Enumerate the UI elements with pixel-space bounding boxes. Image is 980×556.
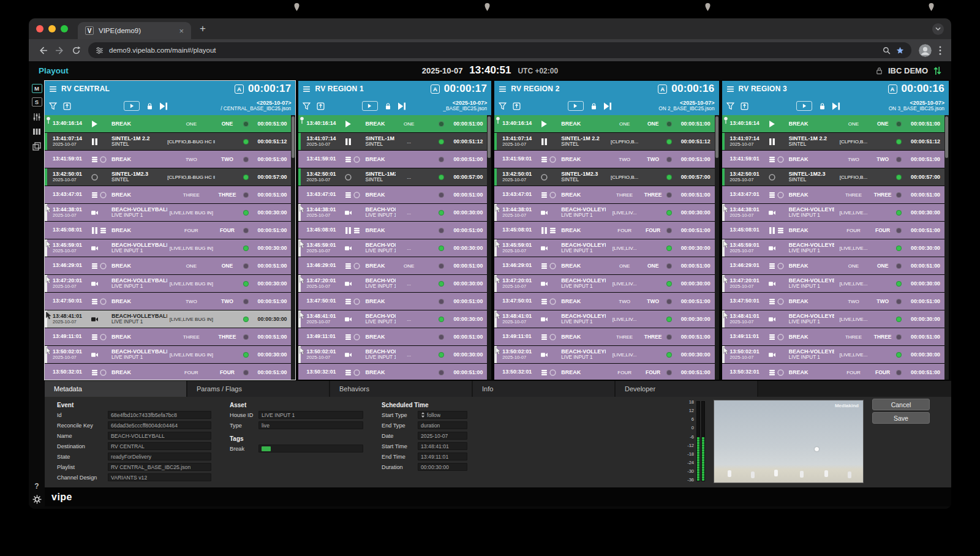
auto-mode-badge[interactable]: A xyxy=(235,85,244,94)
scrollbar-thumb[interactable] xyxy=(488,116,491,158)
destination-input[interactable]: RV CENTRAL xyxy=(108,442,211,450)
event-row[interactable]: 13:40:16:14 BREAK ONE ONE 00:00:51:00 xyxy=(45,115,295,132)
event-row[interactable]: 13:46:29:01 BREAK ONE ONE 00:00:51:00 xyxy=(45,257,295,274)
event-row[interactable]: 13:45:59:01 2025-10-07 BEACH-VOLLEYBALL … xyxy=(722,239,949,257)
minimize-window-button[interactable] xyxy=(48,25,56,32)
break-input[interactable] xyxy=(258,445,363,453)
event-row[interactable]: 13:41:59:01 BREAK TWO TWO 00:00:51:00 xyxy=(722,151,949,168)
account-name[interactable]: IBC DEMO xyxy=(888,66,928,75)
profile-avatar[interactable] xyxy=(919,44,932,57)
event-row[interactable]: 13:49:11:01 BREAK THREE THREE 00:00:51:0… xyxy=(45,328,295,345)
new-tab-button[interactable]: + xyxy=(195,23,211,35)
window-controls[interactable] xyxy=(36,25,68,32)
event-row[interactable]: 13:43:47:01 BREAK THREE THREE 00:00:51:0… xyxy=(494,186,718,203)
lock-icon[interactable] xyxy=(146,102,154,110)
browser-tab[interactable]: V VIPE(demo9) × xyxy=(78,22,191,39)
event-row[interactable]: 13:41:07:14 2025-10-07 SINTEL-1M 2.2 SIN… xyxy=(45,133,295,150)
event-row[interactable]: 13:42:50:01 2025-10-07 SINTEL-1M2.3 SINT… xyxy=(722,168,949,186)
browser-menu-icon[interactable] xyxy=(939,46,941,55)
transfer-arrows-icon[interactable] xyxy=(933,66,941,75)
site-settings-icon[interactable] xyxy=(96,47,104,54)
lock-icon[interactable] xyxy=(818,102,826,110)
event-row[interactable]: 13:49:11:01 BREAK THREE THREE 00:00:51:0… xyxy=(722,328,949,345)
maximize-window-button[interactable] xyxy=(61,25,68,32)
play-button[interactable] xyxy=(362,101,378,111)
tab-close-icon[interactable]: × xyxy=(179,27,184,35)
scrollbar[interactable] xyxy=(487,115,491,380)
duration-input[interactable]: 00:00:30:00 xyxy=(418,463,467,471)
url-text[interactable]: demo9.vipelab.com/main#/playout xyxy=(109,47,877,54)
event-row[interactable]: 13:46:29:01 BREAK ONE ONE 00:00:51:00 xyxy=(494,257,718,274)
tab-params-flags[interactable]: Params / Flags xyxy=(187,381,329,397)
tab-info[interactable]: Info xyxy=(473,381,614,397)
event-row[interactable]: 13:50:02:01 2025-10-07 BEACH-VOLLEYBALL … xyxy=(722,346,949,363)
event-row[interactable]: 13:43:47:01 BREAK 00:00:51:00 xyxy=(298,186,491,203)
event-row[interactable]: 13:45:08:01 BREAK 00:00:51:00 xyxy=(298,222,491,239)
forward-icon[interactable] xyxy=(55,46,64,55)
channel-menu-icon[interactable] xyxy=(303,85,311,93)
event-row[interactable]: 13:48:41:01 2025-10-07 BEACH-VOLLEYBALL … xyxy=(722,310,949,328)
scrollbar-thumb[interactable] xyxy=(292,116,295,158)
close-window-button[interactable] xyxy=(36,25,43,32)
layers-icon[interactable] xyxy=(32,142,41,151)
tab-behaviors[interactable]: Behaviors xyxy=(330,381,472,397)
event-row[interactable]: 13:41:07:14 2025-10-07 SINTEL-1M 2.2 SIN… xyxy=(722,133,949,150)
event-row[interactable]: 13:45:59:01 2025-10-07 BEACH-VOLLEYBALL … xyxy=(494,239,718,257)
skip-next-button[interactable] xyxy=(398,102,406,110)
channel-design-input[interactable]: VARIANTS v12 xyxy=(108,473,211,481)
skip-next-button[interactable] xyxy=(604,102,612,110)
date-input[interactable]: 2025-10-07 xyxy=(418,432,467,440)
event-row[interactable]: 13:41:07:14 2025-10-07 SINTEL-1M 2.2 SIN… xyxy=(494,133,718,150)
event-row[interactable]: 13:45:08:01 BREAK FOUR FOUR 00:00:51:00 xyxy=(45,222,295,239)
event-row[interactable]: 13:50:02:01 2025-10-07 BEACH-VOLLEYBALL … xyxy=(45,346,295,363)
channel-menu-icon[interactable] xyxy=(499,85,507,93)
channel-menu-icon[interactable] xyxy=(49,85,57,93)
event-row[interactable]: 13:44:38:01 2025-10-07 BEACH-VOLLEYBALL … xyxy=(722,204,949,221)
event-row[interactable]: 13:50:32:01 BREAK 00:00:51:00 xyxy=(298,364,491,380)
tab-developer[interactable]: Developer xyxy=(616,381,757,397)
event-row[interactable]: 13:45:08:01 BREAK FOUR FOUR 00:00:51:00 xyxy=(494,222,718,239)
play-button[interactable] xyxy=(796,101,812,111)
mode-s-button[interactable]: S xyxy=(32,97,42,107)
event-row[interactable]: 13:44:38:01 2025-10-07 BEACH-VOLLEYBALL … xyxy=(45,204,295,221)
tab-metadata[interactable]: Metadata xyxy=(45,381,186,397)
channel-menu-icon[interactable] xyxy=(726,85,734,93)
event-row[interactable]: 13:48:41:01 2025-10-07 BEACH-VOLLEY... L… xyxy=(298,310,491,328)
event-row[interactable]: 13:50:32:01 BREAK FOUR FOUR 00:00:51:00 xyxy=(45,364,295,380)
lock-icon[interactable] xyxy=(590,102,598,110)
event-row[interactable]: 13:41:59:01 BREAK TWO TWO 00:00:51:00 xyxy=(45,151,295,168)
filter-icon[interactable] xyxy=(499,102,507,110)
event-row[interactable]: 13:41:07:14 2025-10-07 SINTEL-1M 2.2 SIN… xyxy=(298,133,491,150)
event-row[interactable]: 13:47:50:01 BREAK TWO TWO 00:00:51:00 xyxy=(45,293,295,310)
zoom-icon[interactable] xyxy=(883,47,891,54)
reconcile-key-input[interactable]: 66dad3e5cccff8004dc04464 xyxy=(108,421,211,429)
upload-icon[interactable] xyxy=(741,102,748,110)
event-row[interactable]: 13:46:29:01 BREAK ONE 00:00:51:00 xyxy=(298,257,491,274)
upload-icon[interactable] xyxy=(513,102,521,110)
event-row[interactable]: 13:40:16:14 BREAK ONE ONE 00:00:51:00 xyxy=(494,115,718,132)
settings-gear-icon[interactable] xyxy=(32,495,42,504)
play-button[interactable] xyxy=(124,101,140,111)
event-row[interactable]: 13:42:50:01 2025-10-07 SINTEL-1M2.3 SINT… xyxy=(298,168,491,186)
id-input[interactable]: 68e4fbd10c7433fb5efa7bc8 xyxy=(108,411,211,419)
mixer-icon[interactable] xyxy=(32,113,41,121)
type-input[interactable]: live xyxy=(258,421,363,429)
state-input[interactable]: readyForDelivery xyxy=(108,453,211,460)
filter-icon[interactable] xyxy=(303,102,311,110)
event-row[interactable]: 13:41:59:01 BREAK TWO TWO 00:00:51:00 xyxy=(494,151,718,168)
url-bar[interactable]: demo9.vipelab.com/main#/playout xyxy=(88,42,911,58)
event-row[interactable]: 13:44:38:01 2025-10-07 BEACH-VOLLEY... L… xyxy=(298,204,491,221)
event-row[interactable]: 13:48:41:01 2025-10-07 BEACH-VOLLEYBALL … xyxy=(45,310,295,328)
video-preview[interactable]: Mediakind xyxy=(714,400,864,483)
save-button[interactable]: Save xyxy=(872,412,930,424)
skip-next-button[interactable] xyxy=(832,102,840,110)
auto-mode-badge[interactable]: A xyxy=(888,85,897,94)
event-row[interactable]: 13:40:16:14 BREAK ONE 00:00:51:00 xyxy=(298,115,491,132)
event-row[interactable]: 13:49:11:01 BREAK 00:00:51:00 xyxy=(298,328,491,345)
play-button[interactable] xyxy=(568,101,584,111)
scrollbar-thumb[interactable] xyxy=(945,116,948,158)
bookmark-star-icon[interactable] xyxy=(896,47,904,54)
event-row[interactable]: 13:40:16:14 BREAK ONE ONE 00:00:51:00 xyxy=(722,115,949,132)
reload-icon[interactable] xyxy=(72,46,81,55)
start-type-input[interactable]: follow xyxy=(418,411,467,419)
